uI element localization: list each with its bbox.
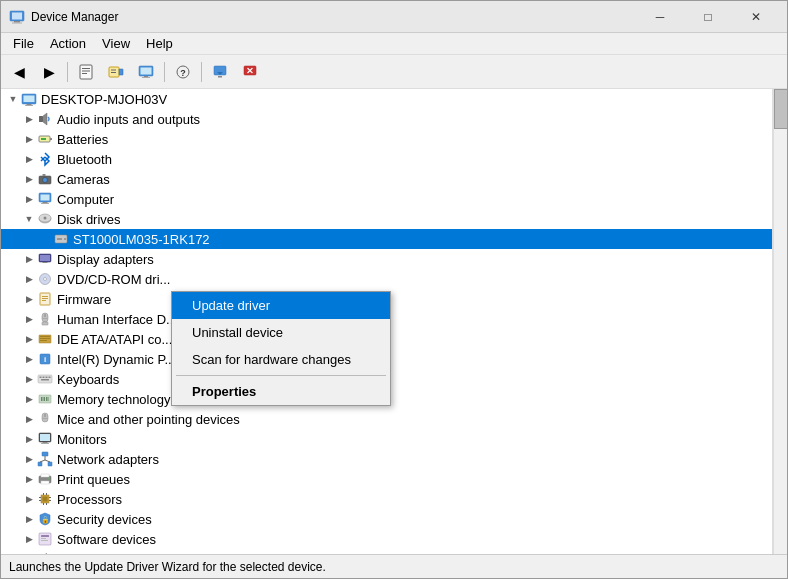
svg-rect-36 [43,202,48,203]
svg-rect-3 [12,22,22,23]
window: Device Manager ─ □ ✕ File Action View He… [0,0,788,579]
batteries-expand-icon: ▶ [21,131,37,147]
svg-rect-59 [40,338,50,339]
toolbar-separator-1 [67,62,68,82]
svg-rect-58 [40,336,50,337]
menu-help[interactable]: Help [138,34,181,53]
svg-rect-83 [48,462,52,466]
ctx-scan[interactable]: Scan for hardware changes [172,346,390,373]
update-driver-button[interactable] [206,59,234,85]
svg-rect-51 [42,298,48,299]
tree-item-cameras[interactable]: ▶ Cameras [1,169,772,189]
title-bar: Device Manager ─ □ ✕ [1,1,787,33]
svg-text:🔒: 🔒 [41,515,50,524]
svg-rect-29 [50,138,52,140]
processors-label: Processors [57,492,122,507]
intel-label: Intel(R) Dynamic P... [57,352,175,367]
tree-item-print[interactable]: ▶ Print queues [1,469,772,489]
svg-rect-94 [46,493,47,495]
software-icon [37,531,53,547]
keyboards-icon [37,371,53,387]
tree-item-diskdrives[interactable]: ▼ Disk drives [1,209,772,229]
menu-file[interactable]: File [5,34,42,53]
svg-rect-82 [38,462,42,466]
ctx-uninstall[interactable]: Uninstall device [172,319,390,346]
svg-rect-33 [43,174,46,176]
svg-rect-73 [49,397,50,401]
tree-panel[interactable]: ▼ DESKTOP-MJOH03V ▶ [1,89,773,554]
cameras-label: Cameras [57,172,110,187]
menu-action[interactable]: Action [42,34,94,53]
svg-rect-13 [141,67,152,74]
tree-item-processors[interactable]: ▶ Processors [1,489,772,509]
tree-item-mice[interactable]: ▶ Mice and other pointing devices [1,409,772,429]
tree-item-batteries[interactable]: ▶ Batteries [1,129,772,149]
display-expand-icon: ▶ [21,251,37,267]
forward-button[interactable]: ▶ [35,59,63,85]
maximize-button[interactable]: □ [685,1,731,33]
print-label: Print queues [57,472,130,487]
tree-item-dvd[interactable]: ▶ DVD/CD-ROM dri... [1,269,772,289]
back-button[interactable]: ◀ [5,59,33,85]
firmware-icon [37,291,53,307]
uninstall-button[interactable]: ✕ [236,59,264,85]
svg-rect-4 [80,65,92,79]
security-expand-icon: ▶ [21,511,37,527]
svg-rect-55 [42,318,48,319]
minimize-button[interactable]: ─ [637,1,683,33]
intel-icon: i [37,351,53,367]
display-label: Display adapters [57,252,154,267]
firmware-label: Firmware [57,292,111,307]
help-button[interactable]: ? [169,59,197,85]
processors-expand-icon: ▶ [21,491,37,507]
svg-rect-99 [49,497,51,498]
svg-rect-56 [42,322,48,325]
svg-rect-20 [218,76,222,78]
computer-icon [37,191,53,207]
audio-label: Audio inputs and outputs [57,112,200,127]
tree-item-security[interactable]: ▶ 🔒 Security devices [1,509,772,529]
scrollbar-thumb[interactable] [774,89,787,129]
svg-rect-50 [42,296,48,297]
svg-rect-98 [39,500,41,501]
tree-item-network[interactable]: ▶ Network adapters [1,449,772,469]
ctx-update-driver[interactable]: Update driver [172,292,390,319]
close-button[interactable]: ✕ [733,1,779,33]
tree-item-software[interactable]: ▶ Software devices [1,529,772,549]
tree-item-hdd[interactable]: ST1000LM035-1RK172 [1,229,772,249]
sound-icon [37,551,53,554]
tree-root[interactable]: ▼ DESKTOP-MJOH03V [1,89,772,109]
tree-item-computer[interactable]: ▶ Computer [1,189,772,209]
svg-point-32 [43,178,48,183]
dvd-label: DVD/CD-ROM dri... [57,272,170,287]
svg-rect-35 [41,195,50,201]
hid-icon [37,311,53,327]
tree-item-bluetooth[interactable]: ▶ Bluetooth [1,149,772,169]
context-menu: Update driver Uninstall device Scan for … [171,291,391,406]
svg-point-48 [44,278,47,281]
tree-item-sound[interactable]: ▶ Sound, video and game controllers [1,549,772,554]
tree-item-display[interactable]: ▶ Display adapters [1,249,772,269]
root-expand-icon: ▼ [5,91,21,107]
svg-rect-80 [41,443,49,444]
diskdrives-label: Disk drives [57,212,121,227]
ctx-properties[interactable]: Properties [172,378,390,405]
svg-rect-54 [45,314,46,317]
svg-point-42 [64,238,66,240]
svg-text:✕: ✕ [246,66,254,76]
diskdrives-icon [37,211,53,227]
monitors-label: Monitors [57,432,107,447]
scrollbar-track[interactable] [773,89,787,554]
svg-rect-79 [43,442,48,443]
display-icon [37,251,53,267]
properties-button[interactable] [72,59,100,85]
window-title: Device Manager [31,10,637,24]
svg-rect-104 [41,538,46,539]
tree-item-audio[interactable]: ▶ Audio inputs and outputs [1,109,772,129]
tree-item-monitors[interactable]: ▶ Monitors [1,429,772,449]
svg-rect-26 [25,105,33,106]
menu-view[interactable]: View [94,34,138,53]
scan-button[interactable] [102,59,130,85]
print-expand-icon: ▶ [21,471,37,487]
monitor-button[interactable] [132,59,160,85]
